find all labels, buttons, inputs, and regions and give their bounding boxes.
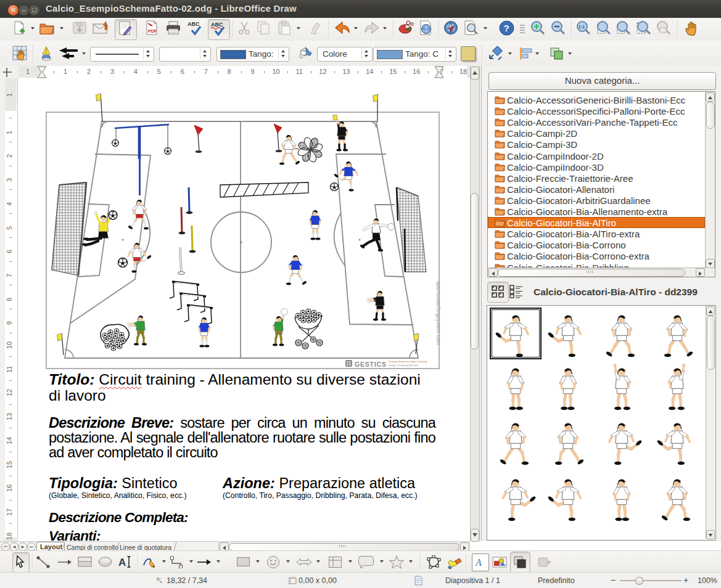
- svg-text:PDF: PDF: [148, 29, 157, 33]
- svg-text:A: A: [475, 557, 482, 568]
- svg-text:A: A: [118, 557, 126, 568]
- svg-text:GESTICS: GESTICS: [355, 361, 387, 368]
- svg-text:ABC: ABC: [187, 21, 200, 27]
- svg-text:1:1: 1:1: [579, 25, 585, 29]
- svg-text:Creative Exercises Sport Train: Creative Exercises Sport Training: [389, 360, 427, 363]
- svg-text:Images Coaching System: Images Coaching System: [389, 364, 418, 367]
- svg-text:?: ?: [504, 23, 509, 33]
- svg-text:ABC: ABC: [211, 22, 223, 28]
- svg-text:sportscoachingsystem.com: sportscoachingsystem.com: [435, 281, 442, 345]
